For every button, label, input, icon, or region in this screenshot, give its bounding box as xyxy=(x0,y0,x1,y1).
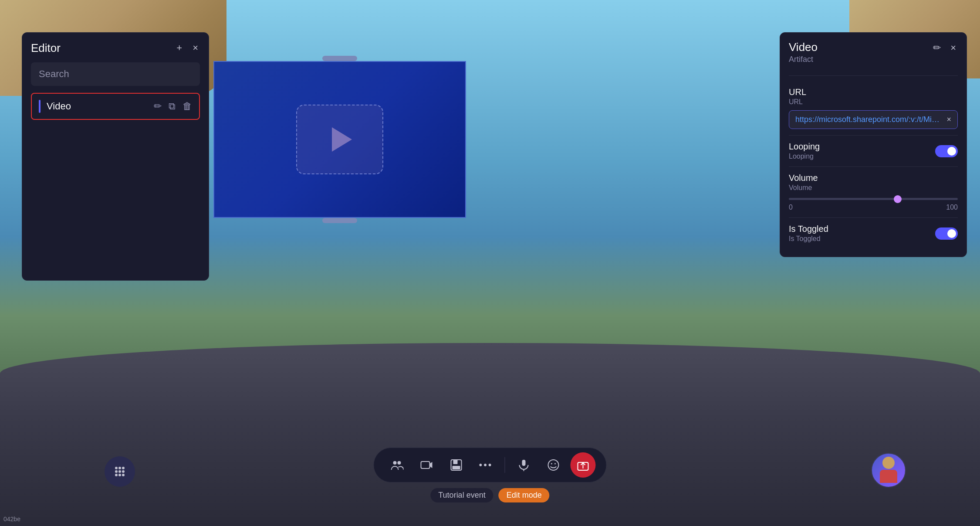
volume-slider-container: 0 100 xyxy=(789,198,958,211)
user-avatar[interactable] xyxy=(871,453,906,488)
screen-handle-bottom xyxy=(322,218,357,223)
artifact-header: Video Artifact ✏ × xyxy=(789,41,958,64)
is-toggled-label-block: Is Toggled Is Toggled xyxy=(789,224,828,243)
event-badge: Tutorial event xyxy=(430,488,493,502)
svg-rect-11 xyxy=(421,462,430,468)
svg-point-20 xyxy=(554,463,556,465)
more-button[interactable]: ••• xyxy=(473,452,499,478)
looping-section: Looping Looping xyxy=(789,136,958,167)
editor-header-actions: + × xyxy=(175,41,200,55)
artifact-header-actions: ✏ × xyxy=(931,41,958,55)
url-clear-button[interactable]: × xyxy=(946,115,951,124)
artifact-title-block: Video Artifact xyxy=(789,41,818,64)
svg-point-5 xyxy=(122,470,125,473)
volume-sublabel: Volume xyxy=(789,184,958,192)
camera-button[interactable] xyxy=(414,452,439,478)
corner-text: 042be xyxy=(3,516,20,523)
url-input[interactable] xyxy=(795,115,942,124)
is-toggled-label: Is Toggled xyxy=(789,224,828,234)
svg-point-6 xyxy=(115,474,118,476)
share-icon xyxy=(577,459,589,471)
avatar-body xyxy=(880,470,897,483)
url-label: URL xyxy=(789,87,958,97)
artifact-title: Video xyxy=(789,41,818,54)
people-icon xyxy=(391,458,404,472)
svg-point-2 xyxy=(122,467,125,469)
svg-rect-16 xyxy=(522,460,526,466)
url-input-container[interactable]: × xyxy=(789,110,958,129)
bottom-toolbar: ••• xyxy=(374,448,607,482)
grid-button[interactable] xyxy=(105,456,135,487)
is-toggled-section: Is Toggled Is Toggled xyxy=(789,218,958,249)
editor-close-button[interactable]: × xyxy=(191,41,200,55)
artifact-close-button[interactable]: × xyxy=(949,41,958,55)
url-section: URL URL × xyxy=(789,81,958,136)
svg-point-19 xyxy=(551,463,552,465)
toolbar-divider xyxy=(505,457,505,473)
editor-header: Editor + × xyxy=(31,41,200,55)
video-list-item[interactable]: Video ✏ ⧉ 🗑 xyxy=(31,93,200,120)
volume-slider[interactable] xyxy=(789,198,958,200)
people-button[interactable] xyxy=(385,452,410,478)
svg-point-7 xyxy=(118,474,121,476)
volume-range-labels: 0 100 xyxy=(789,204,958,211)
item-copy-icon[interactable]: ⧉ xyxy=(169,101,176,112)
svg-point-4 xyxy=(118,470,121,473)
divider-top xyxy=(789,75,958,76)
artifact-edit-button[interactable]: ✏ xyxy=(931,41,943,55)
looping-label: Looping xyxy=(789,142,820,152)
svg-point-18 xyxy=(548,460,559,470)
looping-label-block: Looping Looping xyxy=(789,142,820,160)
emoji-button[interactable] xyxy=(541,452,566,478)
looping-toggle[interactable] xyxy=(935,145,958,157)
share-button[interactable] xyxy=(571,452,596,478)
volume-max-label: 100 xyxy=(946,204,958,211)
svg-point-0 xyxy=(115,467,118,469)
item-label: Video xyxy=(47,101,148,112)
artifact-panel: Video Artifact ✏ × URL URL × Looping Loo… xyxy=(780,32,967,257)
edit-mode-badge[interactable]: Edit mode xyxy=(499,488,550,502)
video-play-area[interactable] xyxy=(296,105,383,174)
item-indicator xyxy=(39,100,41,113)
emoji-icon xyxy=(547,459,560,471)
play-icon xyxy=(332,127,352,152)
camera-icon xyxy=(420,458,433,472)
svg-point-3 xyxy=(115,470,118,473)
editor-add-button[interactable]: + xyxy=(175,41,184,55)
svg-point-9 xyxy=(393,461,397,465)
volume-min-label: 0 xyxy=(789,204,793,211)
avatar-head xyxy=(882,457,895,469)
svg-point-1 xyxy=(118,467,121,469)
search-box[interactable] xyxy=(31,62,200,86)
mic-button[interactable] xyxy=(511,452,537,478)
volume-label: Volume xyxy=(789,173,958,183)
video-screen xyxy=(213,61,466,218)
item-edit-icon[interactable]: ✏ xyxy=(154,101,162,112)
is-toggled-toggle[interactable] xyxy=(935,227,958,240)
screen-handle-top xyxy=(322,56,357,61)
mic-icon xyxy=(518,459,530,471)
is-toggled-sublabel: Is Toggled xyxy=(789,235,828,243)
search-input[interactable] xyxy=(39,68,192,80)
artifact-subtitle: Artifact xyxy=(789,55,818,64)
save-button[interactable] xyxy=(444,452,469,478)
more-icon: ••• xyxy=(479,459,493,471)
svg-rect-14 xyxy=(453,460,458,464)
svg-rect-15 xyxy=(453,466,460,469)
item-delete-icon[interactable]: 🗑 xyxy=(182,101,192,112)
svg-point-10 xyxy=(398,461,401,465)
grid-icon xyxy=(113,465,127,478)
looping-sublabel: Looping xyxy=(789,153,820,160)
svg-point-8 xyxy=(122,474,125,476)
volume-section: Volume Volume 0 100 xyxy=(789,167,958,218)
avatar-figure xyxy=(877,455,901,485)
editor-panel: Editor + × Video ✏ ⧉ 🗑 xyxy=(22,32,209,281)
bottom-status: Tutorial event Edit mode xyxy=(430,488,549,502)
item-actions: ✏ ⧉ 🗑 xyxy=(154,101,192,112)
editor-title: Editor xyxy=(31,41,61,55)
save-icon xyxy=(450,459,463,471)
url-sublabel: URL xyxy=(789,98,958,106)
